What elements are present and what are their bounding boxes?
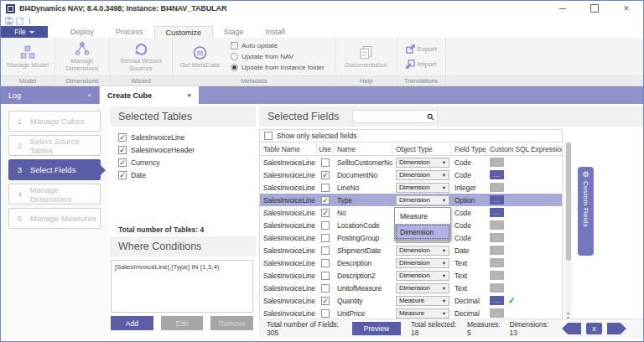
tab-install[interactable]: Install — [255, 26, 297, 38]
where-condition-box[interactable]: [SalesInvoiceLine].[Type] IN (1,3,4) — [111, 260, 253, 313]
documentation-button[interactable]: Documentation — [340, 45, 392, 69]
preview-button[interactable]: Preview — [352, 322, 401, 335]
import-button[interactable]: Import — [406, 59, 437, 70]
vertical-scrollbar[interactable]: ▲ ▼ — [564, 142, 572, 321]
doc-tab-log[interactable]: Log× — [1, 86, 100, 104]
object-type-select[interactable]: Dimension▼ — [396, 258, 449, 268]
custom-sql-button[interactable]: ... — [490, 271, 504, 280]
wizard-step-manage-cubes[interactable]: 1Manage Cubes — [8, 111, 101, 132]
custom-sql-button[interactable]: ... — [490, 158, 504, 167]
table-row[interactable]: SalesInvoiceLine Type Dimension▼ Option … — [260, 194, 562, 206]
object-type-select[interactable]: Measure▼ — [396, 308, 449, 319]
tab-stage[interactable]: Stage — [213, 26, 255, 38]
custom-sql-button[interactable]: ... — [490, 170, 504, 179]
manage-dimensions-button[interactable]: Manage Dimensions — [60, 41, 105, 72]
use-checkbox[interactable] — [321, 158, 330, 167]
table-row[interactable]: SalesInvoiceLine UnitofMeasure Dimension… — [260, 282, 562, 294]
tab-customize[interactable]: Customize — [154, 26, 214, 38]
use-checkbox[interactable] — [321, 259, 330, 267]
dropdown-option-dimension[interactable]: Dimension — [395, 224, 450, 240]
export-button[interactable]: Export — [406, 44, 437, 55]
add-button[interactable]: Add — [111, 316, 153, 330]
table-row[interactable]: SalesInvoiceLine LineNo Dimension▼ Integ… — [260, 181, 562, 194]
cancel-wizard-button[interactable]: x — [586, 323, 602, 334]
table-row[interactable]: SalesInvoiceLine SelltoCustomerNo Dimens… — [260, 156, 562, 168]
maximize-button[interactable] — [589, 3, 600, 13]
manage-model-button[interactable]: Manage Model — [5, 45, 50, 69]
custom-sql-button[interactable]: ... — [490, 308, 504, 318]
doc-tab-create-cube[interactable]: Create Cube× — [100, 86, 199, 104]
use-checkbox[interactable] — [321, 171, 330, 179]
scrollbar-thumb[interactable] — [566, 142, 571, 261]
use-checkbox[interactable] — [321, 184, 330, 192]
custom-sql-button[interactable]: ... — [490, 283, 504, 293]
col-use[interactable]: Use — [317, 142, 334, 155]
save-as-icon[interactable] — [16, 17, 24, 25]
minimize-button[interactable] — [558, 3, 568, 13]
table-row[interactable]: SalesInvoiceLine ShipmentDate Dimension▼… — [260, 244, 562, 256]
get-metadata-button[interactable]: m Get MetaData — [177, 45, 222, 69]
save-icon[interactable] — [5, 17, 13, 25]
close-icon[interactable]: × — [87, 91, 91, 99]
wizard-step-select-fields[interactable]: 3Select Fields — [8, 159, 101, 180]
custom-sql-button[interactable]: ... — [490, 220, 504, 230]
previous-step-button[interactable] — [562, 323, 581, 334]
tab-process[interactable]: Process — [105, 26, 154, 38]
object-type-select[interactable]: Dimension▼ — [396, 170, 449, 180]
object-type-select[interactable]: Dimension▼ — [396, 283, 449, 293]
table-checkbox[interactable] — [118, 171, 127, 179]
object-type-select[interactable]: Dimension▼ — [396, 246, 449, 256]
tab-deploy[interactable]: Deploy — [60, 26, 105, 38]
col-field-type[interactable]: Field Type — [451, 142, 486, 155]
dropdown-option-measure[interactable]: Measure — [395, 208, 450, 224]
custom-sql-button[interactable]: ... — [490, 258, 504, 267]
table-checkbox[interactable] — [118, 146, 127, 154]
wizard-step-manage-dimensions[interactable]: 4Manage Dimensions — [8, 184, 101, 205]
search-input[interactable] — [356, 112, 427, 121]
custom-sql-button[interactable]: ... — [490, 246, 504, 255]
col-table-name[interactable]: Table Name — [260, 142, 317, 155]
object-type-select[interactable]: Dimension▼ — [396, 195, 449, 205]
edit-button[interactable]: Edit — [161, 316, 204, 330]
object-type-select[interactable]: Dimension▼ — [396, 158, 449, 168]
use-checkbox[interactable] — [321, 246, 330, 255]
use-checkbox[interactable] — [321, 209, 330, 217]
custom-sql-button[interactable]: ... — [490, 195, 504, 205]
remove-button[interactable]: Remove — [210, 316, 253, 330]
table-checkbox[interactable] — [118, 158, 127, 167]
close-icon[interactable]: × — [187, 91, 191, 99]
show-only-selected-checkbox[interactable] — [264, 132, 273, 140]
object-type-select[interactable]: Dimension▼ — [396, 183, 449, 193]
wizard-step-select-source-tables[interactable]: 2Select Source Tables — [8, 135, 101, 156]
col-custom-sql[interactable]: Custom SQL Expression — [486, 142, 562, 155]
custom-sql-button[interactable]: ... — [490, 183, 504, 192]
use-checkbox[interactable] — [321, 297, 330, 305]
table-checkbox[interactable] — [118, 133, 127, 142]
custom-fields-tab[interactable]: ⚙ Custom Fields — [578, 167, 594, 256]
object-type-select[interactable]: Measure▼ — [396, 296, 449, 306]
col-object-type[interactable]: Object Type — [392, 142, 451, 155]
table-row[interactable]: SalesInvoiceLine Description2 Dimension▼… — [260, 269, 562, 282]
checkbox-auto-update[interactable] — [231, 42, 238, 49]
col-name[interactable]: Name — [334, 142, 392, 155]
table-row[interactable]: SalesInvoiceLine Quantity Measure▼ Decim… — [260, 294, 562, 307]
radio-update-from-instance-folder[interactable] — [231, 64, 238, 71]
search-icon[interactable] — [427, 113, 434, 121]
use-checkbox[interactable] — [321, 309, 330, 318]
use-checkbox[interactable] — [321, 234, 330, 242]
table-row[interactable]: SalesInvoiceLine UnitPrice Measure▼ Deci… — [260, 307, 562, 319]
custom-sql-button[interactable]: ... — [490, 208, 504, 217]
use-checkbox[interactable] — [321, 272, 330, 280]
reload-wizard-sources-button[interactable]: Reload Wizard Sources — [114, 41, 168, 72]
table-row[interactable]: SalesInvoiceLine Description Dimension▼ … — [260, 256, 562, 269]
table-row[interactable]: SalesInvoiceLine DocumentNo Dimension▼ C… — [260, 168, 562, 181]
file-menu-button[interactable]: File — [1, 26, 48, 38]
use-checkbox[interactable] — [321, 196, 330, 205]
custom-sql-button[interactable]: ... — [490, 296, 504, 305]
use-checkbox[interactable] — [321, 221, 330, 230]
object-type-select[interactable]: Dimension▼ — [396, 271, 449, 281]
next-step-button[interactable] — [607, 323, 626, 334]
radio-update-from-nav[interactable] — [231, 53, 238, 60]
use-checkbox[interactable] — [321, 284, 330, 293]
wizard-step-manage-measures[interactable]: 5Manage Measures — [8, 208, 101, 229]
